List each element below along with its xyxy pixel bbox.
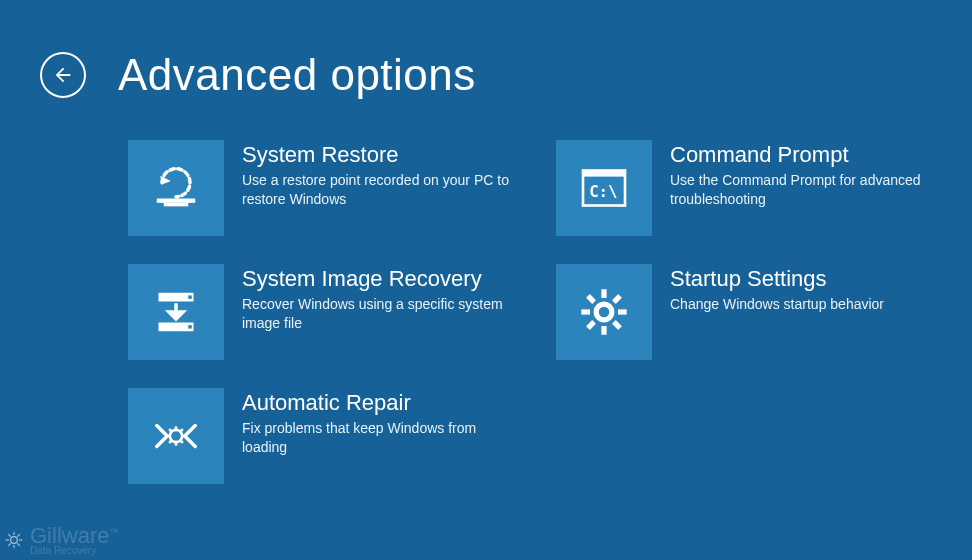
svg-line-33: [8, 543, 11, 546]
option-automatic-repair[interactable]: Automatic Repair Fix problems that keep …: [128, 388, 528, 484]
svg-rect-14: [586, 320, 596, 330]
image-recovery-icon: [148, 284, 204, 340]
watermark-gear-icon: [4, 530, 24, 550]
svg-rect-0: [157, 199, 196, 203]
option-command-prompt[interactable]: C:\ Command Prompt Use the Command Promp…: [556, 140, 956, 236]
option-system-image-recovery[interactable]: System Image Recovery Recover Windows us…: [128, 264, 528, 360]
option-tile: C:\: [556, 140, 652, 236]
page-header: Advanced options: [0, 0, 972, 100]
svg-rect-8: [188, 325, 192, 329]
page-title: Advanced options: [118, 50, 476, 100]
svg-text:C:\: C:\: [589, 182, 617, 201]
svg-line-34: [17, 534, 20, 537]
option-desc: Change Windows startup behavior: [670, 295, 884, 314]
svg-rect-16: [612, 320, 622, 330]
option-title: Startup Settings: [670, 266, 884, 291]
option-desc: Use the Command Prompt for advanced trou…: [670, 171, 940, 209]
options-grid: System Restore Use a restore point recor…: [0, 100, 972, 484]
option-text: System Restore Use a restore point recor…: [242, 140, 512, 209]
option-title: Command Prompt: [670, 142, 940, 167]
option-desc: Recover Windows using a specific system …: [242, 295, 512, 333]
svg-rect-18: [175, 426, 178, 430]
option-tile: [128, 264, 224, 360]
option-title: System Image Recovery: [242, 266, 512, 291]
arrow-left-icon: [52, 64, 74, 86]
option-text: System Image Recovery Recover Windows us…: [242, 264, 512, 333]
svg-rect-11: [581, 309, 590, 314]
svg-rect-6: [188, 295, 192, 299]
watermark: Gillware™ Data Recovery: [4, 523, 118, 556]
command-prompt-icon: C:\: [576, 160, 632, 216]
repair-icon: [148, 408, 204, 464]
svg-rect-15: [586, 294, 596, 304]
restore-icon: [148, 160, 204, 216]
svg-rect-12: [618, 309, 627, 314]
svg-rect-21: [181, 435, 185, 438]
svg-rect-19: [175, 441, 178, 445]
option-title: Automatic Repair: [242, 390, 512, 415]
svg-rect-13: [612, 294, 622, 304]
gear-icon: [576, 284, 632, 340]
option-tile: [128, 388, 224, 484]
svg-rect-9: [601, 289, 606, 298]
option-text: Automatic Repair Fix problems that keep …: [242, 388, 512, 457]
back-button[interactable]: [40, 52, 86, 98]
svg-point-26: [11, 536, 18, 543]
svg-rect-20: [166, 435, 170, 438]
svg-rect-10: [601, 326, 606, 335]
svg-line-32: [17, 543, 20, 546]
svg-line-31: [8, 534, 11, 537]
option-text: Command Prompt Use the Command Prompt fo…: [670, 140, 940, 209]
option-desc: Fix problems that keep Windows from load…: [242, 419, 512, 457]
option-startup-settings[interactable]: Startup Settings Change Windows startup …: [556, 264, 956, 360]
option-tile: [556, 264, 652, 360]
option-system-restore[interactable]: System Restore Use a restore point recor…: [128, 140, 528, 236]
option-text: Startup Settings Change Windows startup …: [670, 264, 884, 314]
option-title: System Restore: [242, 142, 512, 167]
svg-rect-3: [583, 171, 625, 177]
option-tile: [128, 140, 224, 236]
svg-rect-1: [164, 203, 189, 207]
option-desc: Use a restore point recorded on your PC …: [242, 171, 512, 209]
